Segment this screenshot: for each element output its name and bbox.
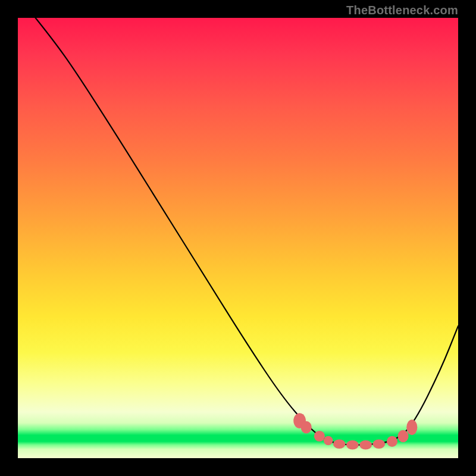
marker-group — [293, 413, 417, 449]
data-marker — [324, 436, 333, 446]
data-marker — [333, 440, 346, 449]
data-marker — [359, 440, 372, 450]
data-marker — [406, 419, 417, 435]
chart-frame: TheBottleneck.com — [0, 0, 476, 476]
attribution-label: TheBottleneck.com — [346, 4, 458, 17]
chart-svg — [18, 18, 458, 458]
data-marker — [346, 440, 359, 450]
data-marker — [397, 430, 408, 443]
data-marker — [387, 436, 397, 447]
plot-area — [18, 18, 458, 458]
bottleneck-curve — [36, 18, 458, 445]
data-marker — [372, 440, 385, 449]
data-marker — [301, 421, 312, 434]
data-marker — [314, 431, 325, 441]
